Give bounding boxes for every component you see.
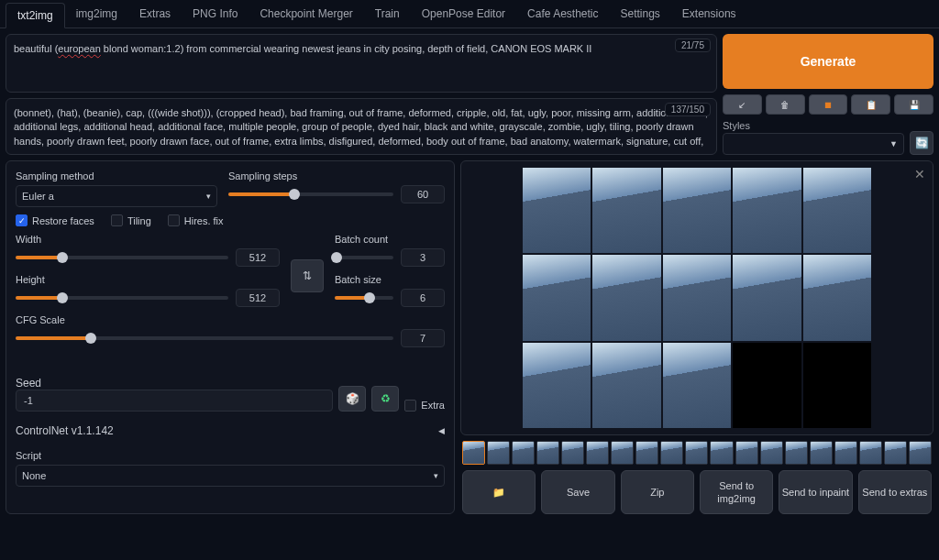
gallery-image[interactable] <box>733 168 801 254</box>
tab-settings[interactable]: Settings <box>610 2 671 27</box>
stop-icon[interactable]: ⏹ <box>809 94 848 115</box>
height-value[interactable]: 512 <box>236 289 280 307</box>
thumb[interactable] <box>635 441 658 465</box>
gallery-image-empty[interactable] <box>733 343 801 429</box>
tab-txt2img[interactable]: txt2img <box>6 3 65 28</box>
height-slider[interactable] <box>16 296 228 300</box>
width-value[interactable]: 512 <box>236 248 280 267</box>
thumb[interactable] <box>859 441 882 465</box>
send-inpaint-button[interactable]: Send to inpaint <box>779 470 852 514</box>
thumb[interactable] <box>512 441 535 465</box>
open-folder-button[interactable]: 📁 <box>462 470 536 514</box>
thumb[interactable] <box>685 441 708 465</box>
gallery-grid <box>523 168 871 429</box>
gallery-image[interactable] <box>803 255 871 341</box>
folder-icon: 📁 <box>492 486 505 499</box>
thumb[interactable] <box>462 441 485 465</box>
tab-png-info[interactable]: PNG Info <box>182 2 249 27</box>
gallery-image[interactable] <box>523 168 591 254</box>
width-label: Width <box>16 234 280 245</box>
height-label: Height <box>16 274 280 285</box>
batch-size-value[interactable]: 6 <box>401 289 445 307</box>
gallery-image[interactable] <box>733 255 801 341</box>
generate-button[interactable]: Generate <box>723 34 933 89</box>
cfg-scale-slider[interactable] <box>16 336 393 340</box>
styles-select[interactable]: ▼ <box>723 133 904 155</box>
gallery-image[interactable] <box>592 168 660 254</box>
chevron-down-icon: ▼ <box>889 139 898 148</box>
sampling-steps-slider[interactable] <box>228 192 393 196</box>
thumb[interactable] <box>760 441 783 465</box>
send-extras-button[interactable]: Send to extras <box>858 470 932 514</box>
thumb[interactable] <box>660 441 683 465</box>
thumb[interactable] <box>561 441 584 465</box>
close-icon[interactable]: ✕ <box>914 167 925 181</box>
thumb[interactable] <box>611 441 634 465</box>
sampling-method-label: Sampling method <box>16 170 217 181</box>
batch-count-slider[interactable] <box>335 256 393 259</box>
hires-fix-checkbox[interactable]: Hires. fix <box>168 214 224 226</box>
gallery-image[interactable] <box>803 168 871 254</box>
width-slider[interactable] <box>16 256 228 259</box>
tiling-checkbox[interactable]: Tiling <box>111 214 151 226</box>
gallery-image[interactable] <box>523 255 591 341</box>
send-img2img-button[interactable]: Send to img2img <box>700 470 773 514</box>
sampling-method-select[interactable]: Euler a▾ <box>16 185 217 207</box>
controlnet-accordion[interactable]: ControlNet v1.1.142 ◀ <box>16 419 445 443</box>
clipboard-icon[interactable]: 📋 <box>851 94 890 115</box>
thumb[interactable] <box>834 441 857 465</box>
save-icon[interactable]: 💾 <box>894 94 933 115</box>
dice-icon: 🎲 <box>346 392 359 405</box>
arrow-icon[interactable]: ↙ <box>723 94 762 115</box>
thumb[interactable] <box>785 441 808 465</box>
tab-cafe-aesthetic[interactable]: Cafe Aesthetic <box>516 2 609 27</box>
thumb[interactable] <box>586 441 609 465</box>
swap-dims-button[interactable]: ⇅ <box>291 259 324 292</box>
gallery-image-empty[interactable] <box>803 343 871 429</box>
save-button[interactable]: Save <box>541 470 614 514</box>
thumb[interactable] <box>487 441 510 465</box>
script-select[interactable]: None▾ <box>16 465 445 487</box>
negative-prompt-text[interactable]: (bonnet), (hat), (beanie), cap, (((wide … <box>14 106 709 147</box>
thumb[interactable] <box>810 441 833 465</box>
refresh-icon: 🔄 <box>915 137 929 149</box>
zip-button[interactable]: Zip <box>621 470 694 514</box>
thumb[interactable] <box>710 441 733 465</box>
random-seed-button[interactable]: 🎲 <box>338 386 366 412</box>
batch-size-slider[interactable] <box>335 296 393 300</box>
thumb[interactable] <box>536 441 559 465</box>
refresh-styles-button[interactable]: 🔄 <box>910 131 933 155</box>
restore-faces-checkbox[interactable]: Restore faces <box>16 214 94 226</box>
seed-input[interactable] <box>16 390 333 412</box>
thumb[interactable] <box>735 441 758 465</box>
gallery-image[interactable] <box>592 343 660 429</box>
prompt-box[interactable]: 21/75 beautiful (european blond woman:1.… <box>6 34 717 93</box>
prompt-text[interactable]: beautiful (european blond woman:1.2) fro… <box>14 42 709 84</box>
reuse-seed-button[interactable]: ♻ <box>371 386 399 412</box>
tab-img2img[interactable]: img2img <box>65 2 128 27</box>
gallery-image[interactable] <box>523 343 591 429</box>
negative-prompt-box[interactable]: 137/150 (bonnet), (hat), (beanie), cap, … <box>6 98 717 155</box>
sampling-steps-value[interactable]: 60 <box>401 185 445 203</box>
tabs-bar: txt2img img2img Extras PNG Info Checkpoi… <box>0 0 939 28</box>
tab-train[interactable]: Train <box>364 2 411 27</box>
gallery-image[interactable] <box>663 168 731 254</box>
tab-extensions[interactable]: Extensions <box>671 2 747 27</box>
gallery-main[interactable]: ✕ <box>460 160 933 435</box>
chevron-down-icon: ▾ <box>434 471 438 480</box>
tab-checkpoint-merger[interactable]: Checkpoint Merger <box>249 2 363 27</box>
gallery-image[interactable] <box>663 343 731 429</box>
trash-icon[interactable]: 🗑 <box>766 94 805 115</box>
thumb[interactable] <box>884 441 907 465</box>
tab-openpose[interactable]: OpenPose Editor <box>411 2 516 27</box>
extra-seed-checkbox[interactable]: Extra <box>404 400 445 412</box>
cfg-scale-value[interactable]: 7 <box>401 329 445 347</box>
gallery-image[interactable] <box>663 255 731 341</box>
batch-count-label: Batch count <box>335 234 445 245</box>
gallery-image[interactable] <box>592 255 660 341</box>
thumb[interactable] <box>909 441 932 465</box>
gallery-panel: ✕ 📁 <box>460 160 933 514</box>
batch-count-value[interactable]: 3 <box>401 248 445 267</box>
tab-extras[interactable]: Extras <box>128 2 182 27</box>
batch-size-label: Batch size <box>335 274 445 285</box>
